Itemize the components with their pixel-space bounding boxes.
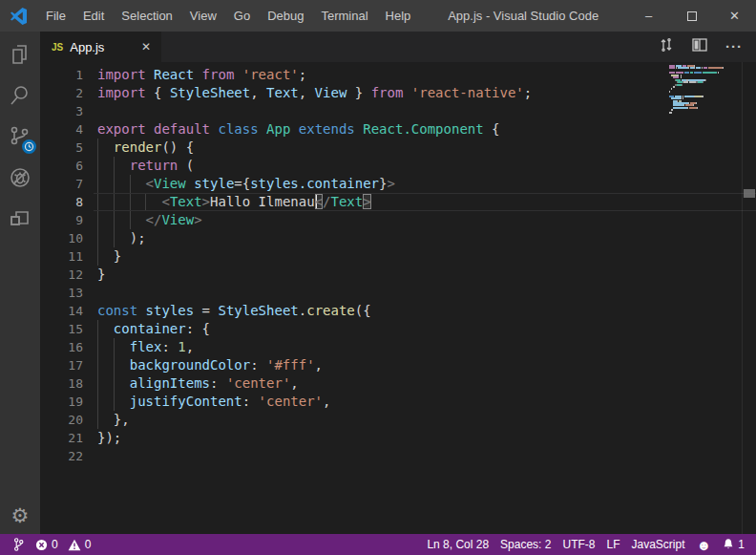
menu-file[interactable]: File	[37, 0, 74, 32]
code-line[interactable]: 16 flex: 1,	[40, 338, 756, 356]
line-number[interactable]: 5	[40, 139, 97, 157]
line-number[interactable]: 21	[40, 429, 97, 447]
tab-close-icon[interactable]: ✕	[138, 38, 154, 55]
code-line[interactable]: 10 );	[40, 229, 756, 247]
code-line[interactable]: 19 justifyContent: 'center',	[40, 393, 756, 411]
editor-actions: ···	[659, 32, 756, 62]
split-editor-icon[interactable]	[692, 38, 707, 55]
js-file-icon: JS	[52, 42, 63, 53]
settings-gear-icon[interactable]: ⚙	[0, 505, 40, 526]
code-line[interactable]: 7 <View style={styles.container}>	[40, 175, 756, 193]
line-number[interactable]: 7	[40, 175, 97, 193]
error-icon	[35, 539, 48, 551]
code-line[interactable]: 6 return (	[40, 157, 756, 175]
overview-ruler[interactable]	[742, 62, 756, 534]
code-line[interactable]: 14const styles = StyleSheet.create({	[40, 302, 756, 320]
activity-bar: ⚙	[0, 32, 40, 534]
notification-count: 1	[738, 538, 745, 551]
editor[interactable]: 1import React from 'react';2import { Sty…	[40, 62, 756, 534]
code-line[interactable]: 22	[40, 447, 756, 465]
vscode-logo-icon	[10, 7, 29, 26]
explorer-icon[interactable]	[7, 40, 33, 69]
code-line[interactable]: 3	[40, 102, 756, 120]
code-line[interactable]: 18 alignItems: 'center',	[40, 374, 756, 393]
menu-help[interactable]: Help	[377, 0, 420, 32]
line-number[interactable]: 13	[40, 284, 97, 302]
encoding-status[interactable]: UTF-8	[556, 534, 600, 555]
menu-go[interactable]: Go	[225, 0, 259, 32]
source-control-icon[interactable]	[7, 122, 33, 151]
window-title: App.js - Visual Studio Code	[419, 9, 627, 23]
title-bar: File Edit Selection View Go Debug Termin…	[0, 0, 756, 32]
vscode-window: { "window": { "title": "App.js - Visual …	[0, 0, 756, 555]
code-line[interactable]: 15 container: {	[40, 320, 756, 338]
code-line[interactable]: 2import { StyleSheet, Text, View } from …	[40, 84, 756, 102]
swap-arrows-icon[interactable]	[659, 37, 674, 56]
problems-indicator[interactable]: 0 0	[30, 534, 96, 555]
git-branch-icon[interactable]	[8, 534, 30, 555]
menu-selection[interactable]: Selection	[113, 0, 180, 32]
line-number[interactable]: 8	[40, 193, 97, 211]
extensions-icon[interactable]	[7, 204, 33, 233]
line-number[interactable]: 4	[40, 120, 97, 139]
editor-group: JS App.js ✕ ···	[40, 32, 756, 534]
minimize-button[interactable]: –	[627, 0, 670, 32]
line-number[interactable]: 9	[40, 211, 97, 229]
code-line[interactable]: 17 backgroundColor: '#fff',	[40, 356, 756, 374]
code-line[interactable]: 9 </View>	[40, 211, 756, 229]
menu-debug[interactable]: Debug	[259, 0, 312, 32]
code-line[interactable]: 8 <Text>Hallo Ilmenau</Text>	[40, 193, 756, 211]
line-number[interactable]: 2	[40, 84, 97, 102]
code-line[interactable]: 12}	[40, 266, 756, 284]
notifications-bell[interactable]: 1	[717, 534, 750, 555]
main-area: ⚙ JS App.js ✕	[0, 32, 756, 534]
indentation-status[interactable]: Spaces: 2	[494, 534, 556, 555]
code-line[interactable]: 1import React from 'react';	[40, 66, 756, 84]
menu-terminal[interactable]: Terminal	[312, 0, 376, 32]
line-number[interactable]: 20	[40, 411, 97, 429]
tab-label: App.js	[70, 40, 132, 54]
code-line[interactable]: 5 render() {	[40, 139, 756, 157]
language-mode-status[interactable]: JavaScript	[625, 534, 690, 555]
line-number[interactable]: 11	[40, 247, 97, 266]
line-number[interactable]: 14	[40, 302, 97, 320]
close-button[interactable]: ✕	[713, 0, 756, 32]
line-number[interactable]: 3	[40, 102, 97, 120]
menu-edit[interactable]: Edit	[74, 0, 113, 32]
bell-icon	[723, 538, 734, 551]
line-number[interactable]: 1	[40, 66, 97, 84]
line-number[interactable]: 12	[40, 266, 97, 284]
cursor-position-status[interactable]: Ln 8, Col 28	[421, 534, 494, 555]
maximize-button[interactable]	[670, 0, 713, 32]
eol-status[interactable]: LF	[600, 534, 625, 555]
line-number[interactable]: 16	[40, 338, 97, 356]
menu-bar: File Edit Selection View Go Debug Termin…	[37, 0, 419, 32]
minimap[interactable]	[669, 65, 740, 117]
maximize-icon	[687, 11, 697, 21]
status-bar: 0 0 Ln 8, Col 28 Spaces: 2 UTF-8 LF Java…	[0, 534, 756, 555]
window-controls: – ✕	[627, 0, 756, 32]
status-bar-right: Ln 8, Col 28 Spaces: 2 UTF-8 LF JavaScri…	[421, 534, 750, 555]
code-line[interactable]: 13	[40, 284, 756, 302]
more-actions-icon[interactable]: ···	[725, 42, 743, 52]
code-line[interactable]: 21});	[40, 429, 756, 447]
line-number[interactable]: 6	[40, 157, 97, 175]
line-number[interactable]: 22	[40, 447, 97, 465]
line-number[interactable]: 18	[40, 374, 97, 393]
code-line[interactable]: 20 },	[40, 411, 756, 429]
overview-cursor-marker	[744, 189, 755, 198]
line-number[interactable]: 10	[40, 229, 97, 247]
debug-icon[interactable]	[7, 163, 33, 192]
warning-icon	[68, 539, 81, 551]
code-line[interactable]: 4export default class App extends React.…	[40, 120, 756, 139]
search-icon[interactable]	[7, 81, 33, 110]
warning-count: 0	[85, 538, 92, 551]
code-line[interactable]: 11 }	[40, 247, 756, 266]
line-number[interactable]: 19	[40, 393, 97, 411]
line-number[interactable]: 15	[40, 320, 97, 338]
feedback-smiley-icon[interactable]: ☻	[691, 534, 718, 555]
tab-appjs[interactable]: JS App.js ✕	[40, 32, 161, 62]
line-number[interactable]: 17	[40, 356, 97, 374]
tab-bar: JS App.js ✕ ···	[40, 32, 756, 62]
menu-view[interactable]: View	[181, 0, 225, 32]
